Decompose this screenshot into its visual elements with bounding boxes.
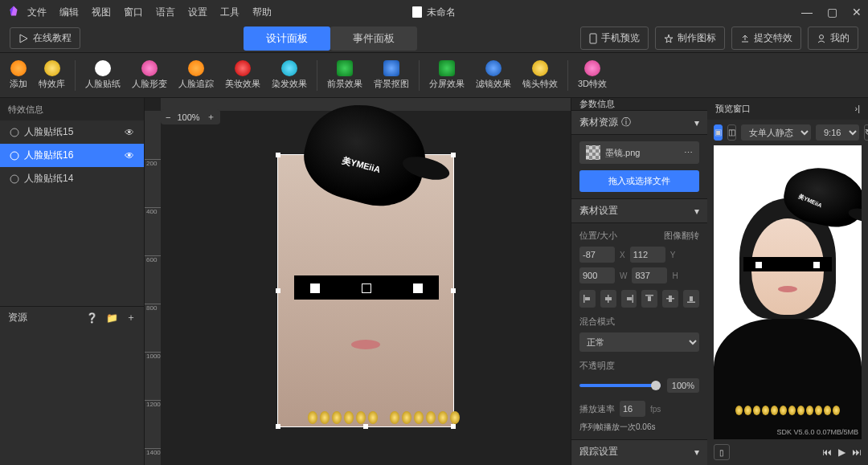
play-button[interactable]: ▶: [838, 447, 845, 458]
menu-file[interactable]: 文件: [27, 6, 47, 19]
tool-lib[interactable]: 特效库: [39, 60, 65, 90]
preview-mode-select[interactable]: 女单人静态: [741, 124, 811, 141]
resize-handle[interactable]: [276, 153, 280, 157]
tool-3d[interactable]: 3D特效: [578, 60, 607, 90]
maximize-button[interactable]: ▢: [827, 6, 837, 18]
align-center-v-button[interactable]: [662, 290, 678, 308]
sequence-text: 序列帧播放一次0.06s: [579, 422, 699, 433]
filter-icon: [485, 60, 502, 76]
resource-label: 资源: [8, 311, 27, 324]
align-center-h-button[interactable]: [600, 290, 616, 308]
layer-item[interactable]: 人脸贴纸14: [0, 167, 144, 190]
tool-cutout[interactable]: 背景抠图: [374, 60, 409, 90]
layer-item[interactable]: 人脸贴纸16 👁: [0, 144, 144, 167]
layer-item[interactable]: 人脸贴纸15 👁: [0, 120, 144, 144]
zoom-in-button[interactable]: ＋: [207, 111, 215, 123]
mine-button[interactable]: 我的: [808, 27, 858, 50]
align-right-button[interactable]: [621, 290, 637, 308]
tool-split[interactable]: 分屏效果: [429, 60, 465, 90]
tool-face-sticker[interactable]: 人脸贴纸: [85, 60, 121, 90]
material-file-item[interactable]: 墨镜.png ⋯: [579, 141, 699, 164]
fps-input[interactable]: [620, 401, 645, 417]
align-left-button[interactable]: [579, 290, 596, 308]
make-icon-button[interactable]: 制作图标: [655, 27, 725, 50]
svg-point-9: [10, 175, 18, 183]
single-view-button[interactable]: ▣: [714, 124, 723, 141]
menu-language[interactable]: 语言: [156, 6, 175, 19]
visibility-toggle[interactable]: 👁: [125, 127, 134, 138]
tool-hair[interactable]: 染发效果: [272, 60, 307, 90]
x-input[interactable]: [579, 247, 615, 263]
refresh-button[interactable]: ↻: [864, 124, 868, 141]
h-input[interactable]: [632, 267, 667, 283]
align-top-button[interactable]: [641, 290, 657, 308]
tool-face-morph[interactable]: 人脸形变: [132, 60, 167, 90]
prev-button[interactable]: ⏮: [822, 447, 832, 458]
expand-icon[interactable]: ›|: [854, 104, 860, 113]
material-settings-section[interactable]: 素材设置▾: [571, 198, 707, 222]
w-input[interactable]: [579, 267, 615, 283]
blend-select[interactable]: 正常: [579, 332, 699, 352]
menu-window[interactable]: 窗口: [124, 6, 143, 19]
play-icon: [18, 34, 28, 43]
more-icon[interactable]: ⋯: [684, 148, 693, 158]
add-resource-button[interactable]: ＋: [126, 311, 136, 324]
tool-makeup[interactable]: 美妆效果: [225, 60, 260, 90]
resize-handle[interactable]: [451, 153, 456, 157]
zoom-control[interactable]: − 100% ＋: [161, 109, 220, 124]
slider-thumb[interactable]: [651, 381, 661, 390]
tab-event[interactable]: 事件面板: [330, 27, 417, 51]
svg-rect-4: [590, 34, 596, 43]
resize-handle[interactable]: [276, 288, 280, 293]
menu-settings[interactable]: 设置: [188, 6, 207, 19]
menu-view[interactable]: 视图: [92, 6, 111, 19]
zoom-out-button[interactable]: −: [166, 112, 170, 122]
chain-sticker-right[interactable]: [390, 411, 460, 424]
tab-design[interactable]: 设计面板: [244, 27, 330, 51]
visibility-toggle[interactable]: 👁: [125, 150, 134, 161]
resize-handle[interactable]: [363, 424, 368, 429]
preview-viewport: 美YMEiiA SDK V5.6.0 0.07MB/5MB: [714, 145, 862, 439]
next-button[interactable]: ⏭: [852, 447, 862, 458]
tool-face-track[interactable]: 人脸追踪: [178, 60, 214, 90]
preview-sunglasses: [743, 257, 832, 271]
hat-sticker[interactable]: 美YMEiiA: [305, 106, 426, 202]
menu-edit[interactable]: 编辑: [59, 6, 79, 19]
menu-help[interactable]: 帮助: [252, 6, 272, 19]
dual-view-button[interactable]: ◫: [727, 124, 736, 141]
phone-preview-button[interactable]: 手机预览: [580, 27, 649, 50]
help-icon[interactable]: ❔: [86, 312, 98, 324]
minimize-button[interactable]: —: [801, 6, 813, 18]
chevron-down-icon: ▾: [694, 206, 699, 217]
close-button[interactable]: ✕: [852, 6, 862, 18]
canvas-stage[interactable]: 美YMEiiA: [221, 130, 494, 465]
tool-lens[interactable]: 镜头特效: [522, 60, 558, 90]
opacity-slider[interactable]: [579, 384, 661, 387]
upload-button[interactable]: 拖入或选择文件: [579, 170, 699, 192]
window-controls: — ▢ ✕: [801, 6, 862, 18]
tool-foreground[interactable]: 前景效果: [327, 60, 362, 90]
resize-handle[interactable]: [451, 424, 456, 429]
tutorial-button[interactable]: 在线教程: [10, 27, 80, 49]
resize-handle[interactable]: [451, 288, 456, 293]
resize-handle[interactable]: [276, 424, 280, 429]
chain-sticker-left[interactable]: [308, 411, 378, 424]
divider: [419, 60, 420, 91]
chevron-down-icon: ▾: [694, 117, 699, 128]
file-name: 墨镜.png: [605, 147, 640, 159]
material-resource-section[interactable]: 素材资源ⓘ▾: [571, 110, 707, 134]
y-input[interactable]: [630, 247, 665, 263]
submit-button[interactable]: 提交特效: [731, 27, 801, 50]
svg-rect-19: [669, 296, 672, 302]
device-button[interactable]: ▯: [714, 444, 730, 460]
tool-filter[interactable]: 滤镜效果: [476, 60, 511, 90]
align-bottom-button[interactable]: [683, 290, 699, 308]
track-settings-section[interactable]: 跟踪设置▾: [571, 439, 707, 463]
menu-tools[interactable]: 工具: [220, 6, 240, 19]
svg-rect-13: [605, 297, 612, 300]
folder-icon[interactable]: 📁: [106, 312, 118, 324]
canvas-area[interactable]: 200 400 600 800 1000 1200 1400 − 100% ＋: [145, 98, 571, 465]
thumbnail-icon: [586, 145, 600, 160]
aspect-select[interactable]: 9:16: [816, 124, 859, 141]
tool-add[interactable]: 添加: [10, 60, 27, 90]
